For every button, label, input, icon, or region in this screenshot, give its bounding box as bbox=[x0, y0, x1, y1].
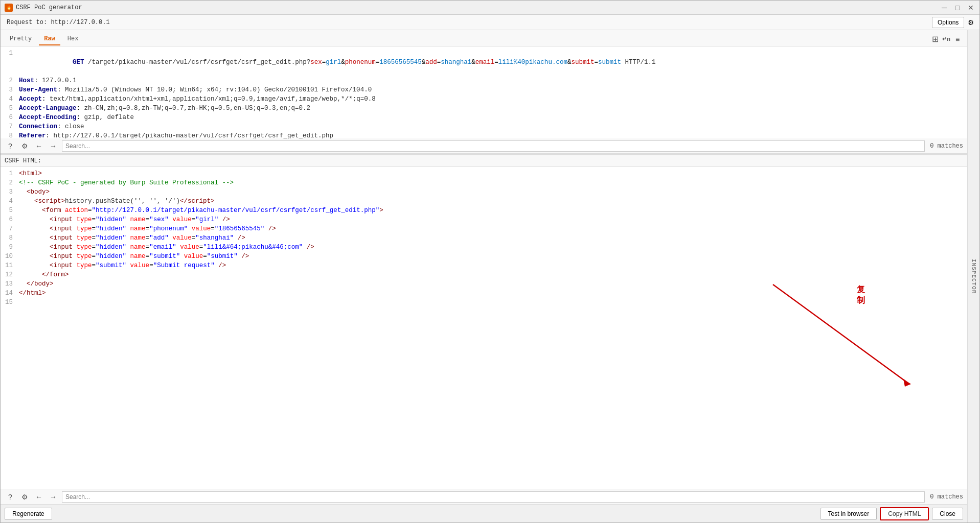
tab-pretty[interactable]: Pretty bbox=[5, 33, 37, 45]
html-line-14: 14 </html> bbox=[1, 289, 967, 298]
request-line-1: 1 GET /target/pikachu-master/vul/csrf/cs… bbox=[1, 49, 967, 76]
bottom-search-toolbar: ? ⚙ ← → 0 matches bbox=[1, 489, 967, 504]
help-icon-bottom[interactable]: ? bbox=[5, 491, 16, 503]
minimize-button[interactable]: ─ bbox=[940, 3, 949, 12]
csrf-html-label: CSRF HTML: bbox=[1, 155, 967, 167]
main-window: 🔥 CSRF PoC generator ─ □ ✕ Request to: h… bbox=[0, 0, 980, 523]
forward-icon-top[interactable]: → bbox=[48, 140, 59, 152]
settings-icon[interactable]: ⚙ bbox=[968, 17, 973, 28]
html-code-area[interactable]: 1 <html> 2 <!-- CSRF PoC - generated by … bbox=[1, 167, 967, 489]
request-bar: Request to: http://127.0.0.1 Options ⚙ bbox=[1, 15, 979, 30]
search-input-bottom[interactable] bbox=[62, 491, 925, 503]
search-input-top[interactable] bbox=[62, 140, 925, 152]
request-section: Pretty Raw Hex ⊞ ↵n ≡ 1 GET /target/pika… bbox=[1, 30, 967, 155]
inspector-panel: INSPECTOR bbox=[967, 30, 979, 522]
tab-hex[interactable]: Hex bbox=[62, 33, 84, 45]
app-icon: 🔥 bbox=[5, 4, 13, 12]
close-button-footer[interactable]: Close bbox=[932, 508, 963, 520]
html-line-11: 11 <input type="submit" value="Submit re… bbox=[1, 261, 967, 270]
title-bar: 🔥 CSRF PoC generator ─ □ ✕ bbox=[1, 1, 979, 15]
maximize-button[interactable]: □ bbox=[953, 3, 962, 12]
matches-label-top: 0 matches bbox=[930, 142, 963, 150]
request-line-4: 4 Accept: text/html,application/xhtml+xm… bbox=[1, 94, 967, 104]
menu-icon[interactable]: ≡ bbox=[952, 34, 963, 45]
html-line-7: 7 <input type="hidden" name="phonenum" v… bbox=[1, 224, 967, 233]
html-line-1: 1 <html> bbox=[1, 169, 967, 178]
window-title: CSRF PoC generator bbox=[16, 4, 940, 11]
html-line-8: 8 <input type="hidden" name="add" value=… bbox=[1, 233, 967, 243]
help-icon-top[interactable]: ? bbox=[5, 140, 16, 152]
format-icon[interactable]: ⊞ bbox=[929, 34, 941, 45]
back-icon-bottom[interactable]: ← bbox=[33, 491, 44, 503]
request-line-3: 3 User-Agent: Mozilla/5.0 (Windows NT 10… bbox=[1, 85, 967, 94]
settings-icon-bottom[interactable]: ⚙ bbox=[19, 491, 30, 503]
html-code-container: 1 <html> 2 <!-- CSRF PoC - generated by … bbox=[1, 167, 967, 489]
html-line-12: 12 </form> bbox=[1, 270, 967, 279]
forward-icon-bottom[interactable]: → bbox=[48, 491, 59, 503]
title-bar-controls: ─ □ ✕ bbox=[940, 3, 975, 12]
request-line-7: 7 Connection: close bbox=[1, 122, 967, 131]
html-line-9: 9 <input type="hidden" name="email" valu… bbox=[1, 243, 967, 252]
regenerate-button[interactable]: Regenerate bbox=[5, 508, 52, 520]
html-line-3: 3 <body> bbox=[1, 187, 967, 197]
close-button[interactable]: ✕ bbox=[966, 3, 975, 12]
main-content: Pretty Raw Hex ⊞ ↵n ≡ 1 GET /target/pika… bbox=[1, 30, 979, 522]
html-line-13: 13 </body> bbox=[1, 279, 967, 289]
request-code-area[interactable]: 1 GET /target/pikachu-master/vul/csrf/cs… bbox=[1, 46, 967, 138]
html-line-10: 10 <input type="hidden" name="submit" va… bbox=[1, 252, 967, 261]
copy-html-button[interactable]: Copy HTML bbox=[880, 507, 929, 520]
request-line-5: 5 Accept-Language: zh-CN,zh;q=0.8,zh-TW;… bbox=[1, 104, 967, 113]
matches-label-bottom: 0 matches bbox=[930, 493, 963, 501]
top-search-toolbar: ? ⚙ ← → 0 matches bbox=[1, 138, 967, 154]
html-line-15: 15 bbox=[1, 298, 967, 307]
back-icon-top[interactable]: ← bbox=[33, 140, 44, 152]
request-to-label: Request to: http://127.0.0.1 bbox=[7, 19, 932, 26]
html-line-2: 2 <!-- CSRF PoC - generated by Burp Suit… bbox=[1, 178, 967, 187]
request-line-6: 6 Accept-Encoding: gzip, deflate bbox=[1, 113, 967, 122]
left-panel: Pretty Raw Hex ⊞ ↵n ≡ 1 GET /target/pika… bbox=[1, 30, 967, 522]
footer-bar: Regenerate Test in browser Copy HTML Clo… bbox=[1, 504, 967, 522]
test-in-browser-button[interactable]: Test in browser bbox=[821, 508, 877, 520]
inspector-label: INSPECTOR bbox=[971, 259, 977, 294]
newline-icon[interactable]: ↵n bbox=[941, 34, 952, 45]
request-line-2: 2 Host: 127.0.0.1 bbox=[1, 76, 967, 85]
html-line-6: 6 <input type="hidden" name="sex" value=… bbox=[1, 215, 967, 224]
options-button[interactable]: Options bbox=[932, 17, 964, 28]
html-line-5: 5 <form action="http://127.0.0.1/target/… bbox=[1, 206, 967, 215]
settings-icon-top[interactable]: ⚙ bbox=[19, 140, 30, 152]
tab-raw[interactable]: Raw bbox=[39, 33, 60, 45]
html-line-4: 4 <script>history.pushState('', '', '/')… bbox=[1, 197, 967, 206]
request-line-8: 8 Referer: http://127.0.0.1/target/pikac… bbox=[1, 131, 967, 138]
tabs-bar: Pretty Raw Hex ⊞ ↵n ≡ bbox=[1, 30, 967, 46]
